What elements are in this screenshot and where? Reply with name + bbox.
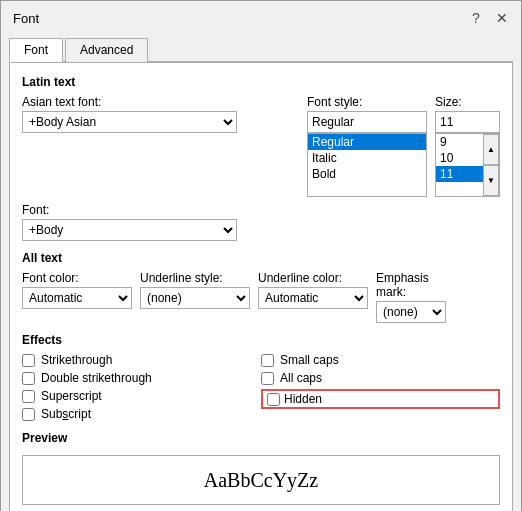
font-style-label: Font style: <box>307 95 427 109</box>
font-color-select[interactable]: Automatic <box>22 287 132 309</box>
strikethrough-label: Strikethrough <box>41 353 112 367</box>
double-strikethrough-checkbox[interactable] <box>22 372 35 385</box>
double-strikethrough-row: Double strikethrough <box>22 371 261 385</box>
subscript-label: Subscript <box>41 407 91 421</box>
size-group: Size: 9 10 11 ▲ ▼ <box>435 95 500 197</box>
size-listbox[interactable]: 9 10 11 ▲ ▼ <box>435 133 500 197</box>
effects-right: Small caps All caps Hidden <box>261 353 500 421</box>
preview-label: Preview <box>22 431 500 445</box>
font-label: Font: <box>22 203 237 217</box>
preview-box: AaBbCcYyZz <box>22 455 500 505</box>
font-style-combo: Regular Italic Bold <box>307 111 427 197</box>
font-row: Font: +Body <box>22 203 500 241</box>
title-bar-buttons: ? ✕ <box>465 7 513 29</box>
preview-section: Preview AaBbCcYyZz <box>22 431 500 505</box>
preview-text: AaBbCcYyZz <box>204 469 318 492</box>
asian-font-label: Asian text font: <box>22 95 299 109</box>
double-strikethrough-label: Double strikethrough <box>41 371 152 385</box>
effects-left: Strikethrough Double strikethrough Super… <box>22 353 261 421</box>
font-style-input[interactable] <box>307 111 427 133</box>
emphasis-mark-label: Emphasis mark: <box>376 271 446 299</box>
underline-style-group: Underline style: (none) <box>140 271 250 309</box>
asian-font-group: Asian text font: +Body Asian <box>22 95 299 133</box>
small-caps-label: Small caps <box>280 353 339 367</box>
size-scroll-down[interactable]: ▼ <box>483 165 499 196</box>
all-caps-label: All caps <box>280 371 322 385</box>
all-caps-row: All caps <box>261 371 500 385</box>
underline-style-label: Underline style: <box>140 271 250 285</box>
underline-color-select[interactable]: Automatic <box>258 287 368 309</box>
tab-bar: Font Advanced <box>9 33 513 62</box>
asian-font-row: Asian text font: +Body Asian Font style:… <box>22 95 500 197</box>
font-group: Font: +Body <box>22 203 237 241</box>
emphasis-mark-select[interactable]: (none) <box>376 301 446 323</box>
latin-text-label: Latin text <box>22 75 500 89</box>
size-scroll-up[interactable]: ▲ <box>483 134 499 165</box>
hidden-row: Hidden <box>261 389 500 409</box>
size-label: Size: <box>435 95 500 109</box>
font-color-group: Font color: Automatic <box>22 271 132 309</box>
size-input[interactable] <box>435 111 500 133</box>
latin-text-section: Latin text Asian text font: +Body Asian … <box>22 75 500 241</box>
font-style-group: Font style: Regular Italic Bold <box>307 95 427 197</box>
title-bar: Font ? ✕ <box>1 1 521 33</box>
size-combo: 9 10 11 ▲ ▼ <box>435 111 500 197</box>
underline-color-label: Underline color: <box>258 271 368 285</box>
all-text-controls: Font color: Automatic Underline style: (… <box>22 271 500 323</box>
subscript-checkbox[interactable] <box>22 408 35 421</box>
font-dialog: Font ? ✕ Font Advanced Latin text Asian … <box>0 0 522 511</box>
font-style-item-italic[interactable]: Italic <box>308 150 426 166</box>
dialog-title: Font <box>13 11 39 26</box>
all-text-section: All text Font color: Automatic Underline… <box>22 251 500 323</box>
close-button[interactable]: ✕ <box>491 7 513 29</box>
size-item-11[interactable]: 11 <box>436 166 483 182</box>
underline-color-group: Underline color: Automatic <box>258 271 368 309</box>
superscript-label: Superscript <box>41 389 102 403</box>
font-style-item-bold[interactable]: Bold <box>308 166 426 182</box>
size-item-10[interactable]: 10 <box>436 150 483 166</box>
underline-style-select[interactable]: (none) <box>140 287 250 309</box>
all-text-label: All text <box>22 251 500 265</box>
superscript-checkbox[interactable] <box>22 390 35 403</box>
font-style-item-regular[interactable]: Regular <box>308 134 426 150</box>
help-button[interactable]: ? <box>465 7 487 29</box>
subscript-row: Subscript <box>22 407 261 421</box>
strikethrough-checkbox[interactable] <box>22 354 35 367</box>
all-caps-checkbox[interactable] <box>261 372 274 385</box>
hidden-checkbox[interactable] <box>267 393 280 406</box>
small-caps-row: Small caps <box>261 353 500 367</box>
effects-section: Effects Strikethrough Double strikethrou… <box>22 333 500 421</box>
size-scroll-buttons: ▲ ▼ <box>483 134 499 196</box>
font-select[interactable]: +Body <box>22 219 237 241</box>
superscript-row: Superscript <box>22 389 261 403</box>
font-color-label: Font color: <box>22 271 132 285</box>
size-item-9[interactable]: 9 <box>436 134 483 150</box>
strikethrough-row: Strikethrough <box>22 353 261 367</box>
effects-label: Effects <box>22 333 500 347</box>
hidden-label: Hidden <box>284 392 322 406</box>
small-caps-checkbox[interactable] <box>261 354 274 367</box>
tab-font[interactable]: Font <box>9 38 63 62</box>
font-style-listbox[interactable]: Regular Italic Bold <box>307 133 427 197</box>
dialog-content: Latin text Asian text font: +Body Asian … <box>9 62 513 511</box>
effects-controls: Strikethrough Double strikethrough Super… <box>22 353 500 421</box>
emphasis-mark-group: Emphasis mark: (none) <box>376 271 446 323</box>
tab-advanced[interactable]: Advanced <box>65 38 148 62</box>
asian-font-select[interactable]: +Body Asian <box>22 111 237 133</box>
